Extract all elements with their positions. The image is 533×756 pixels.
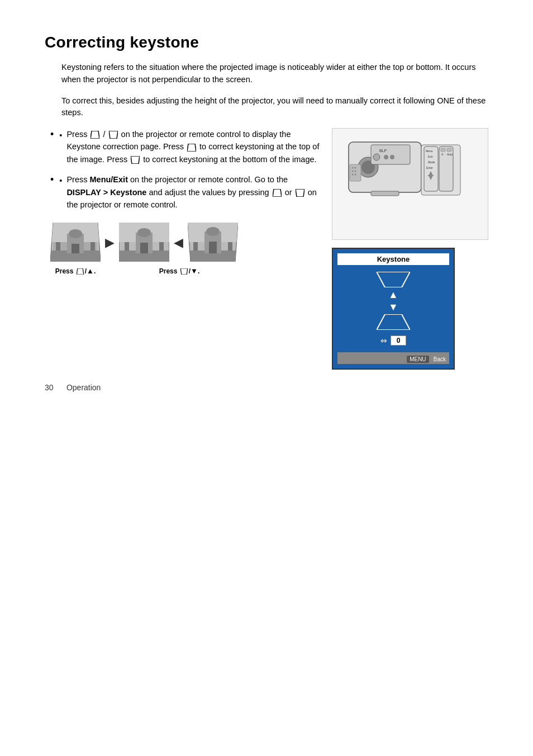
svg-point-46: [352, 171, 354, 172]
menu-exit-label: Menu/Exit: [89, 175, 127, 184]
svg-marker-33: [77, 268, 84, 275]
keystone-down-arrow: ▼: [388, 302, 398, 312]
svg-rect-61: [441, 148, 445, 152]
svg-text:Enter: Enter: [426, 166, 433, 169]
right-column: BLP: [332, 128, 488, 370]
svg-text:Auto: Auto: [447, 153, 453, 156]
left-column: • Press / on the projector or remote con…: [45, 128, 321, 370]
list-item-2: • Press Menu/Exit on the projector or re…: [50, 173, 321, 211]
trapezoid-down-icon3: [273, 189, 282, 197]
image-labels-row: Press /▲. Press /▼.: [50, 267, 321, 275]
svg-point-29: [206, 227, 220, 236]
svg-marker-2: [187, 144, 196, 152]
trap-up-label: [180, 268, 188, 275]
intro-paragraph-2: To correct this, besides adjusting the h…: [61, 95, 488, 120]
keystone-back-label: Back: [434, 356, 446, 362]
svg-point-20: [137, 228, 151, 237]
trapezoid-up-icon2: [131, 156, 140, 164]
projector-svg-wrap: BLP: [332, 129, 488, 239]
svg-text:Exit: Exit: [428, 155, 433, 158]
svg-point-40: [373, 154, 380, 160]
keystone-menu-button[interactable]: MENU: [407, 356, 429, 363]
svg-rect-31: [193, 242, 198, 251]
keystone-title: Keystone: [337, 253, 449, 265]
keystone-lr-arrows: ⇔: [380, 336, 387, 345]
arch-image-right-svg: [188, 223, 238, 262]
svg-text:Mode: Mode: [428, 160, 435, 164]
svg-rect-22: [125, 242, 129, 251]
svg-rect-15: [91, 242, 95, 251]
display-keystone-label: DISPLAY > Keystone: [66, 188, 146, 197]
svg-marker-67: [377, 314, 410, 330]
keystone-shape-top: [377, 272, 410, 287]
arrow-left-icon: ◀: [174, 235, 183, 250]
keystone-zero-row: ⇔ 0: [380, 336, 406, 346]
svg-marker-5: [296, 189, 304, 197]
svg-point-44: [352, 167, 354, 169]
keystone-shape-bottom: [377, 314, 410, 330]
svg-rect-32: [228, 242, 232, 251]
arch-image-right: [188, 223, 238, 263]
bullet1-text: Press / on the projector or remote contr…: [66, 128, 321, 166]
arch-image-center: [119, 223, 169, 263]
svg-point-12: [69, 229, 82, 238]
footer: 30 Operation: [45, 383, 101, 392]
keystone-up-arrow: ▲: [388, 290, 398, 300]
arch-image-left-svg: [50, 223, 101, 262]
svg-rect-23: [159, 242, 164, 251]
page-title: Correcting keystone: [45, 34, 488, 51]
svg-text:Menu: Menu: [426, 149, 433, 153]
svg-rect-21: [140, 243, 148, 253]
list-item-1: • Press / on the projector or remote con…: [50, 128, 321, 166]
trapezoid-down-icon: [91, 131, 99, 139]
svg-marker-0: [91, 131, 99, 139]
svg-point-42: [390, 155, 394, 159]
trapezoid-up-icon: [109, 131, 118, 139]
svg-rect-30: [209, 242, 217, 253]
arch-image-left: [50, 223, 101, 263]
svg-marker-3: [131, 156, 140, 164]
svg-marker-66: [377, 272, 410, 287]
keystone-value: 0: [391, 336, 406, 346]
svg-marker-4: [273, 189, 282, 197]
label-press-up: Press /▼.: [154, 267, 204, 275]
arrow-right-icon: ▶: [105, 235, 115, 250]
intro-paragraph-1: Keystoning refers to the situation where…: [61, 62, 488, 86]
svg-rect-65: [371, 191, 399, 196]
page: Correcting keystone Keystoning refers to…: [0, 0, 533, 414]
trapezoid-down-icon2: [187, 144, 196, 152]
svg-marker-34: [180, 268, 188, 275]
svg-rect-14: [56, 242, 60, 251]
arch-image-center-svg: [119, 223, 169, 262]
svg-text:BLP: BLP: [379, 149, 387, 153]
keystone-images-row: ▶ ◀: [50, 223, 321, 263]
page-number: 30: [45, 383, 54, 392]
main-content: • Press / on the projector or remote con…: [45, 128, 488, 370]
keystone-bottom-bar: MENU Back: [337, 352, 449, 364]
label-press-down: Press /▲.: [50, 267, 101, 275]
svg-point-49: [355, 174, 356, 176]
svg-rect-13: [72, 244, 79, 253]
section-label: Operation: [66, 383, 101, 392]
svg-marker-1: [109, 131, 118, 139]
trapezoid-up-icon3: [296, 189, 304, 197]
svg-rect-62: [447, 148, 451, 152]
instruction-list: • Press / on the projector or remote con…: [45, 128, 321, 211]
svg-point-47: [355, 171, 356, 172]
keystone-controls: ▲ ▼ ⇔ 0: [337, 270, 449, 350]
svg-point-45: [355, 167, 356, 169]
projector-diagram: BLP: [337, 131, 483, 237]
svg-point-48: [352, 174, 354, 176]
trap-down-label: [77, 268, 84, 275]
bullet2-text: Press Menu/Exit on the projector or remo…: [66, 173, 321, 211]
projector-image: BLP: [332, 128, 488, 240]
keystone-panel: Keystone ▲ ▼ ⇔: [332, 248, 455, 370]
svg-point-41: [384, 155, 388, 159]
